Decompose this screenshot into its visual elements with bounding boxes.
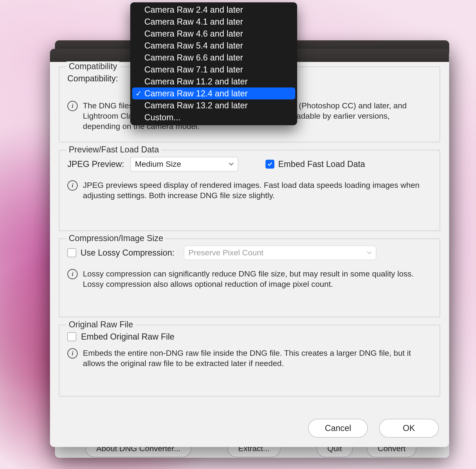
compatibility-option[interactable]: Camera Raw 6.6 and later bbox=[130, 52, 297, 64]
info-icon: i bbox=[67, 180, 78, 191]
compatibility-option[interactable]: Camera Raw 12.4 and later bbox=[132, 87, 295, 99]
chevron-down-icon bbox=[229, 162, 234, 166]
compatibility-option[interactable]: Camera Raw 2.4 and later bbox=[130, 4, 297, 16]
compatibility-dropdown-menu[interactable]: Camera Raw 2.4 and laterCamera Raw 4.1 a… bbox=[130, 2, 297, 125]
dialog-buttons: Cancel OK bbox=[308, 419, 439, 437]
embed-original-raw-label: Embed Original Raw File bbox=[81, 332, 174, 342]
chevron-down-icon bbox=[367, 251, 372, 254]
cancel-button[interactable]: Cancel bbox=[308, 419, 368, 437]
ok-button[interactable]: OK bbox=[379, 419, 439, 437]
compatibility-option[interactable]: Camera Raw 4.6 and later bbox=[130, 28, 297, 40]
compatibility-option[interactable]: Camera Raw 7.1 and later bbox=[130, 64, 297, 76]
info-icon: i bbox=[67, 348, 78, 358]
jpeg-preview-label: JPEG Preview: bbox=[67, 159, 124, 169]
compatibility-option[interactable]: Camera Raw 11.2 and later bbox=[130, 76, 297, 87]
compatibility-option[interactable]: Custom... bbox=[130, 111, 297, 123]
compatibility-legend: Compatibility bbox=[67, 62, 119, 71]
original-raw-info-text: Embeds the entire non-DNG raw file insid… bbox=[83, 348, 419, 368]
compatibility-label: Compatibility: bbox=[67, 74, 118, 83]
use-lossy-compression-label: Use Lossy Compression: bbox=[81, 248, 174, 258]
embed-fast-load-label: Embed Fast Load Data bbox=[278, 159, 365, 169]
preview-group: Preview/Fast Load Data JPEG Preview: Med… bbox=[59, 150, 440, 231]
compatibility-option[interactable]: Camera Raw 5.4 and later bbox=[130, 40, 297, 52]
preview-info-text: JPEG previews speed display of rendered … bbox=[83, 180, 421, 200]
preserve-pixel-count-value: Preserve Pixel Count bbox=[188, 248, 263, 257]
use-lossy-compression-checkbox[interactable] bbox=[67, 248, 76, 257]
compatibility-option[interactable]: Camera Raw 13.2 and later bbox=[130, 99, 297, 111]
info-icon: i bbox=[67, 101, 78, 111]
jpeg-preview-select[interactable]: Medium Size bbox=[130, 157, 238, 171]
original-raw-legend: Original Raw File bbox=[67, 320, 136, 329]
compression-legend: Compression/Image Size bbox=[67, 233, 166, 243]
info-icon: i bbox=[67, 269, 78, 279]
compression-info-text: Lossy compression can significantly redu… bbox=[83, 269, 419, 289]
preview-legend: Preview/Fast Load Data bbox=[67, 145, 161, 155]
jpeg-preview-value: Medium Size bbox=[135, 160, 181, 169]
embed-fast-load-checkbox[interactable] bbox=[265, 160, 274, 169]
compression-group: Compression/Image Size Use Lossy Compres… bbox=[59, 239, 440, 317]
preserve-pixel-count-select: Preserve Pixel Count bbox=[184, 245, 376, 260]
compatibility-option[interactable]: Camera Raw 4.1 and later bbox=[130, 16, 297, 28]
embed-original-raw-checkbox[interactable] bbox=[67, 332, 76, 341]
original-raw-group: Original Raw File Embed Original Raw Fil… bbox=[59, 325, 440, 397]
